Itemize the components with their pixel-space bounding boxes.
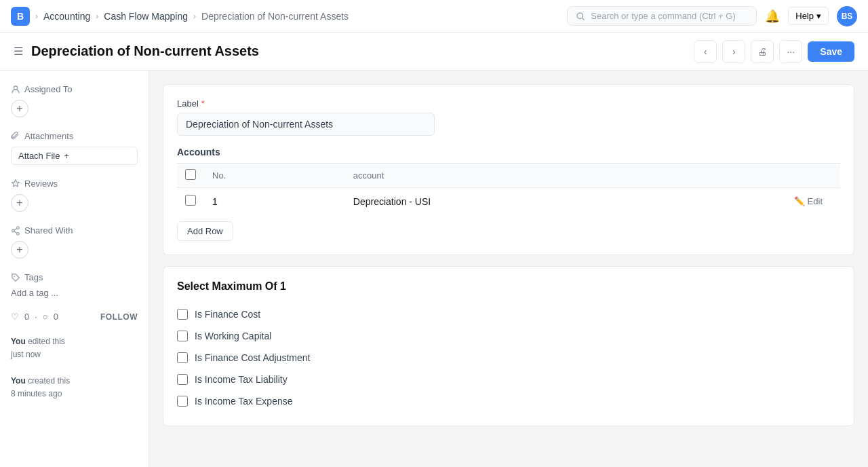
attachments-section: Attachments Attach File + [11, 131, 138, 165]
svg-point-1 [14, 86, 17, 89]
menu-icon[interactable]: ☰ [14, 45, 23, 58]
option-checkbox-3[interactable] [177, 374, 188, 385]
search-bar[interactable]: Search or type a command (Ctrl + G) [567, 6, 757, 26]
main-layout: Assigned To + Attachments Attach File + … [0, 71, 868, 467]
page-title: Depreciation of Non-current Assets [31, 43, 686, 59]
activity-log: You edited thisjust now You created this… [11, 335, 138, 400]
prev-button[interactable]: ‹ [694, 40, 717, 63]
option-checkbox-1[interactable] [177, 331, 188, 341]
print-button[interactable]: 🖨 [751, 40, 774, 63]
accounts-section-title: Accounts [177, 147, 840, 157]
checkboxes-container: Is Finance Cost Is Working Capital Is Fi… [177, 303, 840, 412]
edit-row-button[interactable]: ✏️ Edit [794, 196, 823, 206]
row-checkbox[interactable] [185, 195, 196, 206]
label-field-label: Label * [177, 98, 840, 109]
breadcrumb-sep-3: › [193, 12, 196, 21]
checkbox-item: Is Finance Cost [177, 303, 840, 325]
reviews-label: Reviews [11, 179, 138, 189]
row-no: 1 [204, 188, 345, 215]
assigned-to-label: Assigned To [11, 84, 138, 94]
topnav-right: Search or type a command (Ctrl + G) 🔔 He… [567, 6, 857, 26]
chevron-down-icon: ▾ [816, 11, 821, 21]
activity1-when: just now [11, 350, 41, 359]
follow-button[interactable]: FOLLOW [100, 312, 138, 322]
checkbox-item: Is Income Tax Expense [177, 390, 840, 412]
add-tag-link[interactable]: Add a tag ... [11, 288, 138, 298]
add-assigned-to-button[interactable]: + [11, 100, 28, 117]
col-no: No. [204, 164, 345, 188]
shared-with-section: Shared With + [11, 225, 138, 259]
label-field: Label * [177, 98, 840, 136]
option-checkbox-4[interactable] [177, 396, 188, 407]
svg-point-4 [17, 232, 20, 235]
checkbox-item: Is Income Tax Liability [177, 369, 840, 390]
tags-section: Tags Add a tag ... [11, 272, 138, 298]
app-icon[interactable]: B [11, 7, 30, 26]
checkbox-item: Is Working Capital [177, 325, 840, 347]
activity1-action: edited this [28, 337, 65, 346]
row-account: Depreciation - USI [345, 188, 786, 215]
notification-bell[interactable]: 🔔 [765, 9, 780, 24]
page-header: ☰ Depreciation of Non-current Assets ‹ ›… [0, 33, 868, 71]
svg-point-3 [12, 229, 15, 232]
option-label-1: Is Working Capital [195, 331, 271, 341]
search-placeholder: Search or type a command (Ctrl + G) [591, 11, 736, 21]
like-icon: ♡ [11, 312, 19, 322]
option-label-2: Is Finance Cost Adjustment [195, 352, 310, 363]
activity2-when: 8 minutes ago [11, 389, 62, 398]
option-label-0: Is Finance Cost [195, 309, 260, 320]
sidebar: Assigned To + Attachments Attach File + … [0, 71, 149, 467]
label-accounts-card: Label * Accounts No. account [163, 84, 854, 255]
stats-row: ♡ 0 · ○ 0 FOLLOW [11, 312, 138, 322]
activity2-action: created this [28, 376, 70, 386]
accounts-table: No. account 1 Depreciation - USI ✏️ Edit [177, 163, 840, 214]
comment-icon: ○ [43, 312, 48, 322]
shared-with-label: Shared With [11, 225, 138, 236]
option-label-3: Is Income Tax Liability [195, 374, 288, 385]
tag-icon [11, 273, 20, 282]
plus-icon: + [64, 151, 69, 161]
avatar[interactable]: BS [837, 6, 857, 26]
svg-point-5 [14, 276, 15, 277]
checkbox-item: Is Finance Cost Adjustment [177, 347, 840, 369]
attach-file-button[interactable]: Attach File + [11, 147, 138, 165]
page-header-actions: ‹ › 🖨 ··· Save [694, 40, 854, 63]
share-icon [11, 226, 20, 236]
select-all-checkbox[interactable] [185, 169, 196, 180]
activity1-who: You [11, 337, 26, 346]
dot-sep: · [35, 312, 37, 322]
comments-count: 0 [54, 312, 58, 322]
help-button[interactable]: Help ▾ [788, 7, 829, 25]
more-options-button[interactable]: ··· [779, 40, 802, 63]
add-shared-with-button[interactable]: + [11, 241, 28, 259]
select-max-card: Select Maximum Of 1 Is Finance Cost Is W… [163, 266, 854, 426]
activity2-who: You [11, 376, 26, 386]
label-input[interactable] [177, 113, 435, 136]
table-row: 1 Depreciation - USI ✏️ Edit [177, 188, 840, 215]
breadcrumb-cashflow[interactable]: Cash Flow Mapping [104, 11, 188, 22]
svg-point-0 [577, 13, 583, 18]
svg-point-2 [17, 226, 20, 229]
save-button[interactable]: Save [808, 41, 854, 62]
star-icon [11, 179, 20, 189]
search-icon [576, 12, 585, 21]
reviews-section: Reviews + [11, 179, 138, 212]
required-indicator: * [201, 98, 205, 109]
breadcrumb-sep-2: › [96, 12, 98, 21]
attachments-label: Attachments [11, 131, 138, 141]
person-icon [11, 85, 20, 94]
option-checkbox-2[interactable] [177, 352, 188, 363]
select-max-title: Select Maximum Of 1 [177, 280, 840, 293]
likes-count: 0 [24, 312, 29, 322]
breadcrumb-current: Depreciation of Non-current Assets [201, 11, 349, 22]
paperclip-icon [11, 132, 20, 141]
col-account: account [345, 164, 786, 188]
option-checkbox-0[interactable] [177, 309, 188, 320]
next-button[interactable]: › [722, 40, 745, 63]
breadcrumb-sep-1: › [35, 12, 38, 21]
tags-label: Tags [11, 272, 138, 282]
add-row-button[interactable]: Add Row [177, 221, 233, 241]
option-label-4: Is Income Tax Expense [195, 396, 292, 407]
breadcrumb-accounting[interactable]: Accounting [43, 11, 90, 22]
add-review-button[interactable]: + [11, 194, 28, 212]
